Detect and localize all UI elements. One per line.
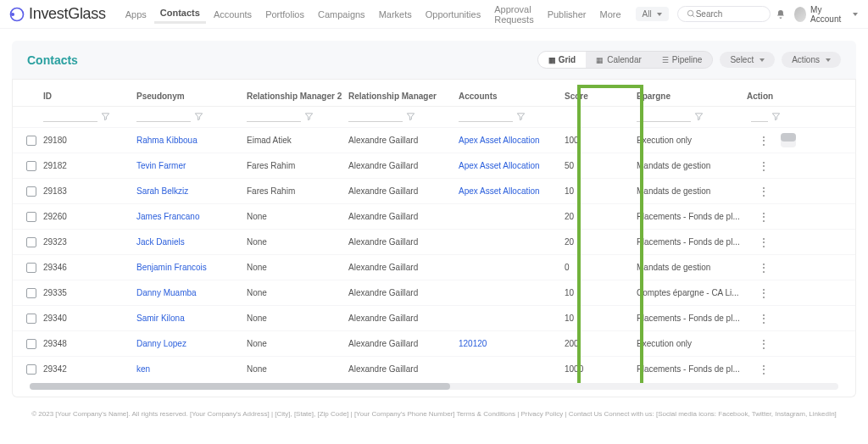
cell-pseudonym[interactable]: Jack Daniels bbox=[136, 237, 247, 247]
row-checkbox[interactable] bbox=[26, 161, 36, 171]
nav-item-more[interactable]: More bbox=[594, 6, 627, 23]
row-actions-menu[interactable]: ⋮ bbox=[747, 337, 781, 351]
filter-input-accounts[interactable] bbox=[459, 110, 513, 122]
cell-id: 29340 bbox=[43, 314, 136, 323]
row-checkbox[interactable] bbox=[26, 212, 36, 222]
svg-line-3 bbox=[693, 15, 694, 17]
data-grid: ID Pseudonym Relationship Manager 2 Rela… bbox=[13, 80, 855, 381]
row-checkbox[interactable] bbox=[26, 288, 36, 298]
cell-accounts[interactable]: 120120 bbox=[459, 339, 565, 348]
cell-pseudonym[interactable]: Danny Lopez bbox=[136, 339, 247, 348]
cell-pseudonym[interactable]: Tevin Farmer bbox=[136, 161, 247, 170]
row-actions-menu[interactable]: ⋮ bbox=[747, 236, 781, 249]
col-score[interactable]: Score bbox=[565, 92, 637, 101]
filter-input-action[interactable] bbox=[751, 110, 768, 122]
table-row: 29342kenNoneAlexandre Gaillard1000Placem… bbox=[13, 356, 855, 381]
cell-score: 10 bbox=[565, 288, 637, 297]
row-checkbox[interactable] bbox=[26, 186, 36, 197]
row-actions-menu[interactable]: ⋮ bbox=[747, 210, 781, 224]
filter-input-rm2[interactable] bbox=[247, 110, 301, 122]
row-actions-menu[interactable]: ⋮ bbox=[747, 159, 781, 173]
filter-icon[interactable] bbox=[694, 112, 704, 121]
filter-input-id[interactable] bbox=[43, 110, 97, 122]
view-pipeline-button[interactable]: ☰ Pipeline bbox=[652, 52, 713, 68]
cell-accounts[interactable]: Apex Asset Allocation bbox=[459, 136, 565, 145]
cell-pseudonym[interactable]: James Francano bbox=[136, 212, 247, 221]
row-checkbox[interactable] bbox=[26, 237, 36, 247]
row-actions-menu[interactable]: ⋮ bbox=[747, 134, 781, 147]
row-checkbox[interactable] bbox=[26, 136, 36, 146]
row-actions-menu[interactable]: ⋮ bbox=[747, 185, 781, 198]
cell-pseudonym[interactable]: Benjamin Francois bbox=[136, 263, 247, 272]
horizontal-scrollbar[interactable] bbox=[30, 383, 838, 390]
scrollbar-thumb[interactable] bbox=[781, 133, 796, 142]
cell-rm: Alexandre Gaillard bbox=[348, 237, 459, 247]
notifications-icon[interactable] bbox=[776, 8, 786, 20]
filter-input-pseudonym[interactable] bbox=[136, 110, 191, 122]
col-rm2[interactable]: Relationship Manager 2 bbox=[247, 92, 348, 101]
scrollbar-thumb[interactable] bbox=[30, 383, 450, 390]
row-actions-menu[interactable]: ⋮ bbox=[747, 312, 781, 325]
col-id[interactable]: ID bbox=[43, 92, 136, 101]
cell-rm2: None bbox=[247, 288, 348, 297]
filter-icon[interactable] bbox=[304, 112, 314, 121]
cell-id: 29183 bbox=[43, 186, 136, 196]
cell-accounts[interactable]: Apex Asset Allocation bbox=[459, 161, 565, 170]
vertical-scrollbar[interactable] bbox=[781, 133, 796, 147]
filter-icon[interactable] bbox=[101, 112, 110, 121]
cell-epargne: Mandats de gestion bbox=[637, 161, 747, 170]
col-action[interactable]: Action bbox=[747, 92, 781, 101]
cell-pseudonym[interactable]: ken bbox=[136, 364, 247, 374]
row-actions-menu[interactable]: ⋮ bbox=[747, 363, 781, 376]
row-checkbox[interactable] bbox=[26, 364, 36, 375]
row-actions-menu[interactable]: ⋮ bbox=[747, 286, 781, 300]
select-dropdown[interactable]: Select bbox=[720, 52, 775, 68]
col-accounts[interactable]: Accounts bbox=[459, 92, 565, 101]
col-pseudonym[interactable]: Pseudonym bbox=[136, 92, 247, 101]
svg-point-2 bbox=[687, 10, 693, 15]
cell-pseudonym[interactable]: Sarah Belkziz bbox=[136, 186, 247, 196]
row-checkbox[interactable] bbox=[26, 314, 36, 324]
filter-icon[interactable] bbox=[194, 112, 203, 121]
cell-id: 29180 bbox=[43, 136, 136, 145]
nav-item-accounts[interactable]: Accounts bbox=[208, 6, 258, 23]
row-checkbox[interactable] bbox=[26, 263, 36, 273]
cell-epargne: Placements - Fonds de pl... bbox=[637, 237, 747, 247]
table-row: 29183Sarah BelkzizFares RahimAlexandre G… bbox=[13, 178, 855, 203]
nav-item-publisher[interactable]: Publisher bbox=[542, 6, 593, 23]
col-rm[interactable]: Relationship Manager bbox=[348, 92, 459, 101]
filter-input-rm[interactable] bbox=[348, 110, 403, 122]
cell-accounts[interactable]: Apex Asset Allocation bbox=[459, 186, 565, 196]
actions-dropdown[interactable]: Actions bbox=[782, 52, 841, 68]
filter-input-epargne[interactable] bbox=[637, 110, 691, 122]
row-actions-menu[interactable]: ⋮ bbox=[747, 261, 781, 275]
nav-item-approval-requests[interactable]: Approval Requests bbox=[488, 1, 539, 28]
col-epargne[interactable]: Epargne bbox=[637, 92, 747, 101]
global-search[interactable] bbox=[677, 6, 771, 22]
nav-item-markets[interactable]: Markets bbox=[373, 6, 418, 23]
grid-icon: ▦ bbox=[548, 56, 555, 64]
row-checkbox[interactable] bbox=[26, 339, 36, 349]
account-menu[interactable]: My Account bbox=[794, 5, 858, 24]
nav-filter-all[interactable]: All bbox=[636, 7, 669, 21]
filter-icon[interactable] bbox=[516, 112, 526, 121]
table-container: ID Pseudonym Relationship Manager 2 Rela… bbox=[12, 80, 856, 397]
table-row: 29182Tevin FarmerFares RahimAlexandre Ga… bbox=[13, 153, 855, 178]
nav-item-contacts[interactable]: Contacts bbox=[154, 4, 206, 24]
nav-item-campaigns[interactable]: Campaigns bbox=[312, 6, 371, 23]
cell-pseudonym[interactable]: Danny Muamba bbox=[136, 288, 247, 297]
cell-id: 29348 bbox=[43, 339, 136, 348]
cell-pseudonym[interactable]: Samir Kilona bbox=[136, 314, 247, 323]
view-calendar-button[interactable]: ▦ Calendar bbox=[586, 52, 652, 68]
nav-item-opportunities[interactable]: Opportunities bbox=[420, 6, 487, 23]
page-title: Contacts bbox=[27, 53, 78, 67]
page-header: Contacts ▦ Grid ▦ Calendar ☰ Pipeline Se… bbox=[12, 41, 856, 80]
cell-pseudonym[interactable]: Rahma Kibboua bbox=[136, 136, 247, 145]
main-nav: AppsContactsAccountsPortfoliosCampaignsM… bbox=[120, 1, 627, 28]
nav-item-portfolios[interactable]: Portfolios bbox=[259, 6, 310, 23]
filter-icon[interactable] bbox=[771, 112, 781, 121]
nav-item-apps[interactable]: Apps bbox=[120, 6, 153, 23]
filter-icon[interactable] bbox=[406, 112, 415, 121]
view-grid-button[interactable]: ▦ Grid bbox=[538, 52, 587, 68]
search-input[interactable] bbox=[696, 9, 761, 19]
